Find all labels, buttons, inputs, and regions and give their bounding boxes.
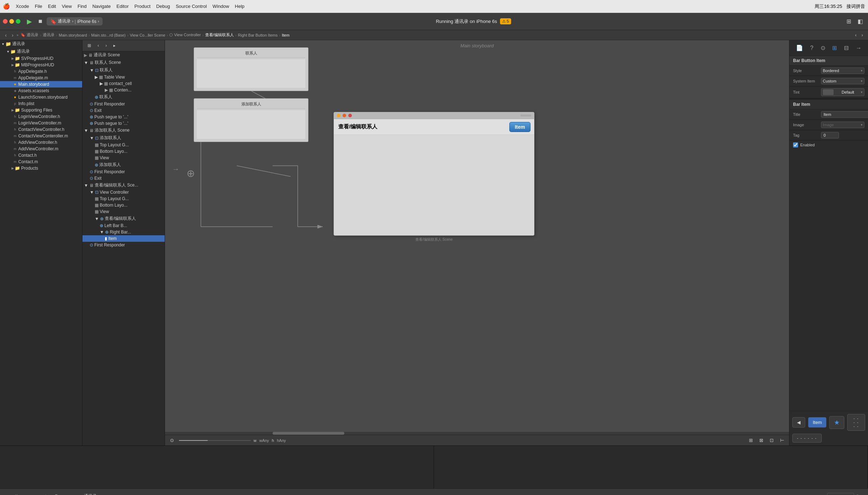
debug-pause-btn[interactable]: ⏸ [13, 492, 20, 495]
debug-memory-btn[interactable]: ⊞ [63, 492, 70, 495]
outline-edit-view[interactable]: ▦ View [82, 208, 165, 215]
sidebar-item-supporting[interactable]: ▶ 📁 Supporting Files [0, 107, 82, 113]
breadcrumb-edit-view[interactable]: 查看/编辑联系人 [205, 32, 234, 38]
breadcrumb-storyboard[interactable]: Main.storyboard [59, 33, 87, 37]
sidebar-item-products[interactable]: ▶ 📁 Products [0, 165, 82, 171]
outline-content[interactable]: ▶ ▦ Conten... [82, 87, 165, 93]
breadcrumb-scene[interactable]: View Co...ller Scene [130, 33, 165, 37]
sidebar-item-contact-m[interactable]: m Contact.m [0, 159, 82, 165]
breadcrumb-item[interactable]: Item [282, 33, 289, 37]
canvas-zoom-out[interactable]: ⊙ [168, 436, 176, 444]
menu-debug[interactable]: Debug [156, 4, 170, 9]
tint-select[interactable]: Default ▾ [821, 88, 864, 96]
breadcrumb-back[interactable]: ‹ [853, 31, 859, 39]
outline-edit-label[interactable]: ▼ ⊛ 查看/编辑联系人 [82, 215, 165, 222]
sidebar-item-addvc-m[interactable]: m AddViewController.m [0, 146, 82, 152]
expand-icon[interactable]: ▶ [11, 63, 14, 67]
panel-back-btn[interactable]: ◀ [792, 417, 805, 428]
nav-forward-button[interactable]: › [10, 31, 16, 39]
menu-xcode[interactable]: Xcode [16, 4, 29, 9]
outline-contact-cell[interactable]: ▶ ▦ contact_cell [82, 80, 165, 87]
outline-edit-toplayout[interactable]: ▦ Top Layout G... [82, 195, 165, 202]
sidebar-root[interactable]: ▼ 📁 通讯录 [0, 40, 82, 48]
storyboard-canvas[interactable]: Main storyboard ⊕ → [165, 40, 789, 435]
menu-navigate[interactable]: Navigate [92, 4, 110, 9]
maximize-window-button[interactable] [16, 19, 20, 24]
sidebar-item-loginvc-h[interactable]: h LoginViewController.h [0, 113, 82, 120]
outline-scene-contacts[interactable]: ▼ 🖥 联系人 Scene [82, 59, 165, 66]
outline-contacts-root[interactable]: ▼ ⊡ 联系人 [82, 66, 165, 74]
debug-start-btn[interactable]: ▶ [3, 492, 10, 495]
outline-add-view[interactable]: ▦ View [82, 155, 165, 161]
breadcrumb-group[interactable]: 通讯录 [43, 32, 55, 38]
outline-add-bottomlayout[interactable]: ▦ Bottom Layo... [82, 148, 165, 155]
debug-in-btn[interactable]: ↧ [53, 492, 60, 495]
outline-push-segue1[interactable]: ⊛ Push segue to '...' [82, 114, 165, 120]
outline-nav-back[interactable]: ‹ [95, 42, 101, 50]
outline-scene-edit[interactable]: ▼ 🖥 查看/编辑联系人 Sce... [82, 182, 165, 189]
inspector-identity-tab[interactable]: ⊙ [819, 43, 827, 53]
warning-badge[interactable]: ⚠ 5 [500, 18, 511, 24]
menu-view[interactable]: View [62, 4, 72, 9]
sidebar-item-appdelegate-h[interactable]: h AppDelegate.h [0, 68, 82, 75]
sidebar-item-contactvc-m[interactable]: m ContactViewConteroller.m [0, 133, 82, 139]
menu-editor[interactable]: Editor [117, 4, 129, 9]
outline-nav-jump[interactable]: ▸ [111, 42, 118, 50]
menu-help[interactable]: Help [235, 4, 245, 9]
canvas-split-view[interactable]: ⊞ [747, 436, 755, 444]
sidebar-item-assets[interactable]: ◈ Assets.xcassets [0, 88, 82, 94]
run-button[interactable]: ▶ [25, 16, 34, 27]
sidebar-item-main-storyboard[interactable]: ■ Main.storyboard [0, 81, 82, 88]
inspector-size-tab[interactable]: ⊟ [843, 43, 850, 53]
sidebar-item-loginvc-m[interactable]: m LoginViewController.m [0, 120, 82, 126]
minimize-window-button[interactable] [9, 19, 14, 24]
breadcrumb-forward[interactable]: › [859, 31, 865, 39]
apple-menu[interactable]: 🍎 [3, 3, 10, 10]
sidebar-item-addvc-h[interactable]: h AddViewController.h [0, 139, 82, 146]
tag-input[interactable] [821, 132, 839, 138]
breadcrumb-controller[interactable]: ⬡ View Controller [169, 33, 201, 37]
outline-first-responder1[interactable]: ⊙ First Responder [82, 101, 165, 107]
outline-item[interactable]: ▮ Item [82, 235, 165, 242]
debug-over-btn[interactable]: ↷ [43, 492, 50, 495]
canvas-assistant[interactable]: ⊠ [757, 436, 765, 444]
editor-toggle-button[interactable]: ⊞ [844, 16, 853, 26]
canvas-zoom-fit[interactable]: ⊡ [768, 436, 776, 444]
outline-edit-vc[interactable]: ▼ ⊡ View Controller [82, 189, 165, 195]
scheme-selector[interactable]: 🔖 通讯录 › | iPhone 6s › [47, 17, 103, 25]
menu-source-control[interactable]: Source Control [176, 4, 207, 9]
output-filter[interactable]: All Output [827, 493, 854, 495]
system-item-select[interactable]: Custom ▾ [821, 78, 864, 84]
panel-dots-btn[interactable]: - - - - - - [847, 414, 865, 431]
outline-add-root[interactable]: ▼ ⊡ 添加联系人 [82, 134, 165, 142]
expand-icon[interactable]: ▶ [11, 166, 14, 170]
horizontal-scrollbar[interactable] [165, 432, 789, 435]
panel-dots2-btn[interactable]: - - - - - - [792, 434, 822, 443]
menu-product[interactable]: Product [135, 4, 151, 9]
image-select[interactable]: Image ▾ [821, 122, 864, 128]
inspector-file-tab[interactable]: 📄 [794, 43, 805, 53]
view-options-button[interactable]: ◧ [855, 16, 865, 26]
outline-first-responder2[interactable]: ⊙ First Responder [82, 169, 165, 175]
outline-tableview[interactable]: ▶ ▦ Table View [82, 74, 165, 80]
outline-exit2[interactable]: ⊙ Exit [82, 175, 165, 182]
inspector-attributes-tab[interactable]: ⊞ [831, 43, 838, 53]
outline-exit1[interactable]: ⊙ Exit [82, 107, 165, 114]
expand-icon[interactable]: ▶ [11, 108, 14, 112]
style-select[interactable]: Bordered ▾ [821, 67, 864, 74]
outline-edit-rightbar[interactable]: ▼ ⊛ Right Bar... [82, 229, 165, 235]
nav-back-button[interactable]: ‹ [3, 31, 9, 39]
title-input[interactable] [821, 111, 868, 118]
outline-edit-leftbar[interactable]: ⊛ Left Bar B... [82, 222, 165, 229]
add-contact-scene-preview[interactable]: 添加联系人 [194, 98, 308, 142]
debug-stop-btn[interactable]: ■ [23, 492, 29, 495]
sidebar-item-appdelegate-m[interactable]: m AppDelegate.m [0, 75, 82, 81]
menu-file[interactable]: File [35, 4, 42, 9]
debug-step-btn[interactable]: ⏭ [32, 492, 40, 495]
outline-scene-tongxunlu[interactable]: ▶ 🖥 通讯录 Scene [82, 51, 165, 59]
panel-item-btn[interactable]: Item [808, 417, 826, 428]
collapse-icon[interactable]: ▼ [1, 42, 5, 46]
outline-first-responder3[interactable]: ⊙ First Responder [82, 242, 165, 248]
breadcrumb-root[interactable]: 🔖 通讯录 [20, 32, 38, 38]
item-button[interactable]: Item [509, 122, 530, 132]
